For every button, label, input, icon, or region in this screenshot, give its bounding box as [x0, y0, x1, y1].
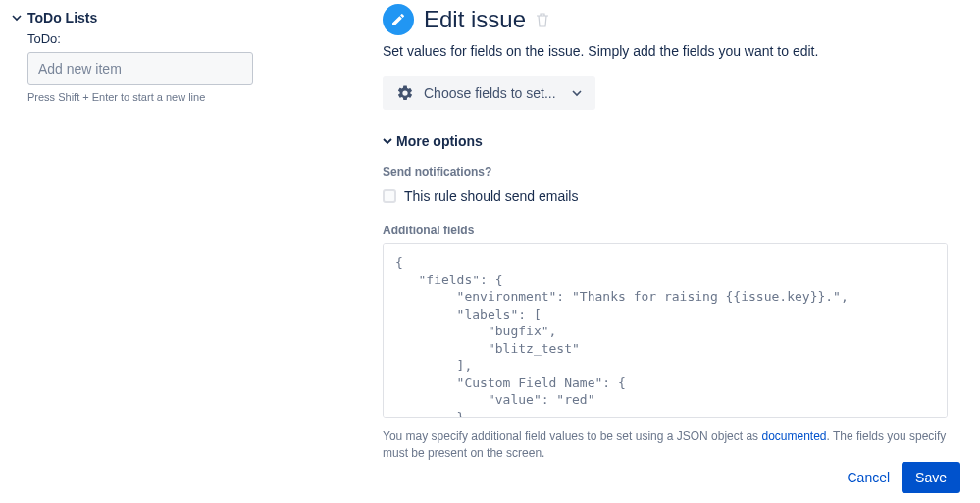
documented-link[interactable]: documented — [761, 429, 826, 443]
trash-icon[interactable] — [536, 12, 549, 27]
help-pre: You may specify additional field values … — [383, 429, 761, 443]
chevron-down-icon — [10, 11, 24, 25]
more-options-label: More options — [396, 133, 483, 149]
gear-icon — [396, 84, 414, 102]
save-button[interactable]: Save — [902, 462, 960, 493]
additional-fields-label: Additional fields — [383, 224, 960, 237]
chevron-down-icon — [572, 85, 582, 101]
todo-subtitle: ToDo: — [27, 31, 248, 46]
page-title: Edit issue — [424, 6, 526, 33]
todo-header[interactable]: ToDo Lists — [10, 10, 248, 25]
choose-fields-button[interactable]: Choose fields to set... — [383, 76, 595, 110]
help-text: You may specify additional field values … — [383, 428, 948, 462]
send-notifications-label: Send notifications? — [383, 165, 960, 178]
edit-issue-panel: Edit issue Set values for fields on the … — [260, 0, 980, 503]
more-options-toggle[interactable]: More options — [383, 133, 960, 149]
choose-fields-label: Choose fields to set... — [424, 85, 556, 101]
additional-fields-textarea[interactable] — [383, 243, 948, 418]
chevron-down-icon — [383, 133, 392, 149]
edit-icon — [383, 4, 414, 35]
todo-input[interactable] — [27, 52, 253, 85]
todo-title: ToDo Lists — [27, 10, 97, 25]
send-emails-label: This rule should send emails — [404, 188, 578, 204]
page-description: Set values for fields on the issue. Simp… — [383, 43, 960, 59]
todo-hint: Press Shift + Enter to start a new line — [27, 91, 248, 103]
cancel-button[interactable]: Cancel — [847, 470, 890, 485]
send-emails-checkbox[interactable] — [383, 189, 396, 203]
todo-panel: ToDo Lists ToDo: Press Shift + Enter to … — [0, 0, 260, 503]
